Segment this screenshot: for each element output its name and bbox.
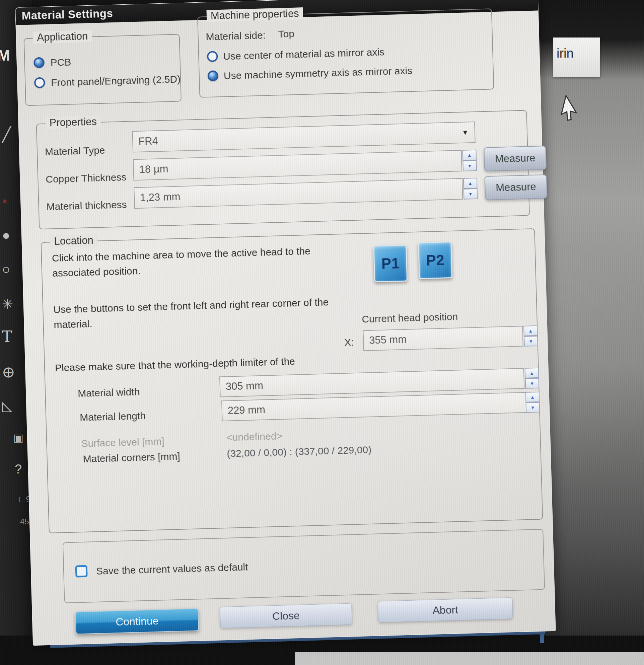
spin-down-icon[interactable]: ▼: [525, 378, 539, 389]
abort-label: Abort: [432, 603, 458, 616]
copper-thickness-value: 18 µm: [139, 163, 168, 175]
material-width-value: 305 mm: [225, 380, 263, 393]
background-window-fragment: irin: [553, 38, 600, 77]
radio-center-mirror-axis[interactable]: [207, 51, 218, 62]
material-length-input[interactable]: 229 mm: [221, 392, 527, 421]
p1-button[interactable]: P1: [373, 245, 408, 283]
background-bottom-right: [295, 652, 644, 665]
material-width-input[interactable]: 305 mm: [219, 368, 525, 397]
screen-photo: M ╱ ▪ ● ○ ✳ T ⊕ ◺ ▣ ? ∟90 45° irin Mater…: [0, 0, 644, 665]
material-width-label: Material width: [78, 386, 140, 399]
location-instruction-2: Use the buttons to set the front left an…: [53, 293, 365, 332]
surface-level-value: <undefined>: [226, 430, 283, 443]
toolbar-icon-m[interactable]: M: [0, 48, 10, 63]
machine-properties-legend: Machine properties: [206, 7, 303, 22]
spin-up-icon[interactable]: ▲: [526, 392, 540, 402]
spin-down-icon[interactable]: ▼: [463, 189, 478, 200]
background-fragment-text: irin: [556, 46, 574, 61]
material-length-label: Material length: [80, 410, 146, 423]
spin-up-icon[interactable]: ▲: [525, 368, 539, 378]
material-type-value: FR4: [138, 135, 158, 148]
measure-copper-label: Measure: [495, 152, 535, 165]
location-legend: Location: [50, 234, 97, 247]
radio-center-mirror-axis-label[interactable]: Use center of material as mirror axis: [223, 46, 385, 62]
material-thickness-spinner: ▲ ▼: [463, 178, 478, 200]
current-head-position-label: Current head position: [362, 311, 458, 325]
toolbar-icon-pen[interactable]: ╱: [2, 127, 11, 142]
toolbar-icon-shape[interactable]: ◺: [2, 399, 13, 413]
measure-thickness-button[interactable]: Measure: [485, 174, 548, 200]
material-side-value: Top: [278, 28, 295, 40]
toolbar-icon-crosshair[interactable]: ⊕: [2, 364, 15, 380]
radio-pcb-label[interactable]: PCB: [50, 56, 71, 68]
material-corners-label: Material corners [mm]: [83, 451, 180, 465]
location-group: Location Click into the machine area to …: [41, 228, 543, 533]
measure-thickness-label: Measure: [496, 181, 536, 194]
toolbar-icon-circle-filled[interactable]: ●: [2, 228, 10, 242]
toolbar-icon-help[interactable]: ?: [15, 463, 22, 475]
material-settings-dialog: Material Settings Application PCB Front …: [15, 0, 556, 646]
application-group: Application PCB Front panel/Engraving (2…: [24, 34, 182, 106]
head-position-x-value: 355 mm: [369, 334, 407, 346]
radio-front-panel-label[interactable]: Front panel/Engraving (2.5D): [51, 73, 181, 89]
material-thickness-value: 1,23 mm: [140, 191, 181, 204]
dialog-title: Material Settings: [21, 4, 113, 25]
material-width-spinner: ▲ ▼: [525, 368, 539, 389]
toolbar-icon-text[interactable]: T: [2, 329, 13, 344]
spin-down-icon[interactable]: ▼: [462, 160, 477, 171]
toolbar-icon-box[interactable]: ▣: [13, 433, 23, 443]
radio-pcb[interactable]: [34, 57, 44, 68]
toolbar-icon-square[interactable]: ▪: [2, 193, 7, 208]
toolbar-icon-star[interactable]: ✳: [2, 297, 13, 311]
material-thickness-input[interactable]: 1,23 mm: [134, 178, 463, 209]
continue-button[interactable]: Continue: [75, 608, 199, 634]
radio-machine-symmetry-axis[interactable]: [208, 70, 219, 81]
location-instruction-1: Click into the machine area to move the …: [52, 242, 354, 281]
material-type-label: Material Type: [45, 145, 105, 158]
properties-group: Properties Material Type FR4 ▼ Copper Th…: [36, 110, 530, 229]
copper-thickness-input[interactable]: 18 µm: [133, 150, 462, 180]
combo-dropdown-icon[interactable]: ▼: [462, 129, 469, 137]
p1-label: P1: [381, 255, 399, 272]
head-position-x-spinner: ▲ ▼: [524, 325, 538, 346]
save-default-label[interactable]: Save the current values as default: [96, 561, 248, 577]
spin-up-icon[interactable]: ▲: [524, 325, 538, 336]
copper-thickness-spinner: ▲ ▼: [462, 150, 477, 171]
radio-front-panel[interactable]: [34, 77, 45, 89]
material-thickness-label: Material thickness: [46, 199, 127, 213]
material-length-value: 229 mm: [227, 404, 265, 417]
save-default-checkbox[interactable]: [75, 565, 88, 577]
abort-button[interactable]: Abort: [378, 597, 513, 623]
material-corners-value: (32,00 / 0,00) : (337,00 / 229,00): [227, 444, 372, 459]
machine-properties-group: Machine properties Material side: Top Us…: [197, 8, 494, 97]
application-legend: Application: [33, 30, 92, 44]
location-instruction-3: Please make sure that the working-depth …: [55, 351, 376, 375]
spin-down-icon[interactable]: ▼: [524, 336, 538, 346]
material-length-spinner: ▲ ▼: [526, 392, 540, 413]
copper-thickness-label: Copper Thickness: [45, 171, 127, 185]
x-label: X:: [344, 337, 354, 348]
close-button[interactable]: Close: [220, 603, 352, 628]
material-side-label: Material side:: [206, 30, 266, 42]
spin-down-icon[interactable]: ▼: [526, 402, 540, 413]
close-label: Close: [272, 609, 300, 622]
properties-legend: Properties: [45, 115, 101, 129]
radio-machine-symmetry-axis-label[interactable]: Use machine symmetry axis as mirror axis: [223, 65, 412, 82]
p2-button[interactable]: P2: [418, 242, 452, 279]
save-default-frame: Save the current values as default: [63, 529, 545, 603]
material-type-combobox[interactable]: FR4 ▼: [132, 121, 475, 153]
spin-up-icon[interactable]: ▲: [462, 150, 477, 161]
toolbar-icon-circle-outline[interactable]: ○: [2, 263, 10, 276]
p2-label: P2: [426, 252, 444, 269]
spin-up-icon[interactable]: ▲: [463, 178, 477, 189]
continue-label: Continue: [116, 614, 159, 628]
measure-copper-button[interactable]: Measure: [484, 146, 547, 171]
surface-level-label: Surface level [mm]: [81, 436, 165, 449]
background-right-strip: [539, 0, 644, 665]
head-position-x-input[interactable]: 355 mm: [363, 326, 524, 351]
